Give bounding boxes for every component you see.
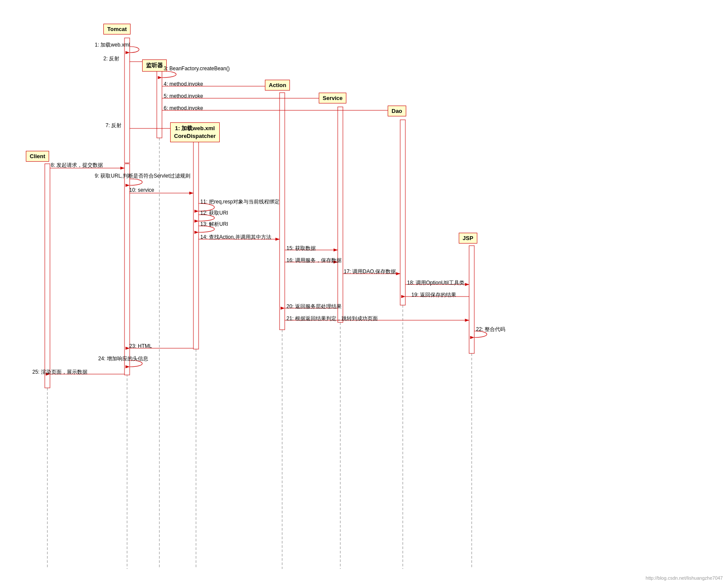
coredispatcher-label-en: CoreDispatcher (174, 132, 216, 140)
svg-rect-15 (45, 164, 50, 388)
svg-rect-11 (280, 93, 285, 330)
msg-11: 11: 把req,resp对象与当前线程绑定 (200, 198, 280, 206)
msg-23: 23: HTML (129, 343, 152, 349)
msg-15: 15: 获取数据 (286, 245, 316, 252)
msg-19: 19: 返回保存的结果 (411, 291, 456, 299)
svg-rect-12 (338, 107, 343, 322)
diagram-container: Tomcat 监听器 1: 加载web.xml CoreDispatcher A… (0, 0, 728, 584)
svg-rect-14 (469, 246, 474, 353)
msg-10: 10: service (129, 187, 154, 193)
msg-2: 2: 反射 (103, 55, 119, 62)
lifeline-jsp: JSP (459, 233, 477, 244)
msg-24: 24: 增加响应的头信息 (98, 355, 148, 362)
lifeline-listener: 监听器 (142, 59, 167, 72)
lifeline-client: Client (26, 151, 49, 162)
msg-17: 17: 调用DAO,保存数据 (344, 268, 396, 275)
msg-9: 9: 获取URL,判断是否符合Servlet过滤规则 (95, 172, 190, 180)
msg-14: 14: 查找Action,并调用其中方法 (200, 234, 271, 241)
svg-rect-9 (157, 69, 162, 138)
watermark: http://blog.csdn.net/lishuangzhe7047 (646, 575, 723, 581)
msg-8: 8: 发起请求，提交数据 (51, 162, 103, 169)
msg-1: 1: 加载web.xml (95, 41, 130, 49)
msg-22: 22: 整合代码 (476, 326, 505, 333)
sequence-diagram-svg (0, 0, 728, 584)
msg-13: 13: 解析URI (200, 221, 228, 228)
msg-12: 12: 获取URI (200, 209, 228, 217)
msg-20: 20: 返回服务层处理结果 (286, 303, 342, 310)
msg-21: 21: 根据返回结果判定，跳转到成功页面 (286, 315, 378, 322)
lifeline-action: Action (265, 80, 290, 91)
msg-7: 7: 反射 (106, 122, 121, 129)
lifeline-service: Service (319, 93, 346, 103)
svg-rect-8 (124, 38, 130, 163)
msg-16: 16: 调用服务，保存数据 (286, 257, 342, 264)
msg-5: 5: method.invoke (164, 93, 203, 99)
svg-rect-10 (193, 134, 199, 349)
lifeline-dao: Dao (388, 106, 406, 116)
lifeline-coredispatcher: 1: 加载web.xml CoreDispatcher (170, 122, 220, 142)
msg-18: 18: 调用OptionUtil工具类 (407, 279, 464, 287)
coredispatcher-label-cn: 1: 加载web.xml (174, 125, 216, 132)
msg-25: 25: 渲染页面，展示数据 (32, 369, 87, 376)
lifeline-tomcat: Tomcat (103, 24, 131, 34)
msg-6: 6: method.invoke (164, 105, 203, 111)
msg-4: 4: method.invoke (164, 81, 203, 87)
svg-rect-13 (400, 120, 405, 305)
msg-3: 3: BeanFactory.createBean() (164, 66, 230, 72)
